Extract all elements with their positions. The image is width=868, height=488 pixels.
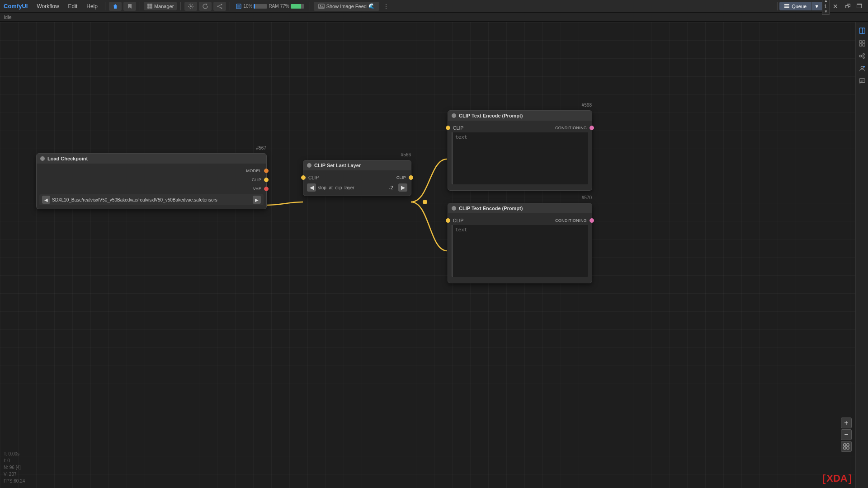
port-model-dot[interactable] [264, 169, 269, 173]
cpu-display: 10% RAM 77% [236, 3, 304, 9]
xda-text: XDA [826, 473, 847, 484]
svg-rect-15 [784, 6, 789, 7]
svg-rect-39 [847, 447, 849, 449]
clip-text-encode-top-textarea[interactable] [452, 132, 588, 184]
stat-t: T: 0.00s [4, 450, 25, 457]
port-clip-dot[interactable] [264, 178, 269, 182]
svg-rect-0 [147, 4, 150, 6]
clip-text-encode-top-node[interactable]: #568 CLIP Text Encode (Prompt) clip COND… [448, 110, 592, 191]
bookmark-icon-btn[interactable] [123, 2, 136, 11]
ram-value: 77% [280, 4, 289, 9]
load-checkpoint-node[interactable]: #567 Load Checkpoint MODEL CLIP [36, 153, 267, 209]
show-image-feed-btn[interactable]: Show Image Feed 🌊 [314, 2, 379, 11]
port-clip-conditioning-line: clip CONDITIONING [448, 123, 592, 132]
svg-rect-33 [859, 79, 864, 83]
home-icon-btn[interactable] [109, 2, 122, 11]
svg-point-25 [859, 55, 861, 57]
port-clip-in-dot[interactable] [446, 126, 450, 130]
restore-window-btn[interactable]: 🗗 [843, 2, 853, 10]
svg-rect-3 [150, 6, 152, 9]
svg-line-8 [219, 5, 221, 6]
stepper-next-btn[interactable]: ▶ [398, 183, 407, 192]
ckpt-refresh-btn[interactable]: ▶ [253, 196, 261, 204]
fit-view-btn[interactable] [841, 441, 852, 452]
queue-counter: ▲ 1 ▼ [822, 0, 830, 15]
svg-rect-14 [784, 4, 789, 5]
workflow-menu[interactable]: Workflow [33, 2, 62, 10]
right-panel: ! [855, 22, 868, 488]
port-vae-dot[interactable] [264, 187, 269, 191]
chat-panel-btn[interactable] [857, 76, 867, 86]
grid-panel-btn[interactable] [857, 38, 867, 48]
cpu-value: 10% [243, 4, 252, 9]
svg-rect-23 [859, 44, 861, 46]
ckpt-prev-btn[interactable]: ◀ [42, 196, 50, 204]
person-panel-btn[interactable]: ! [857, 64, 867, 74]
close-window-btn[interactable]: ✕ [830, 2, 841, 11]
node-dot [452, 206, 456, 211]
node-dot [40, 156, 45, 161]
stat-i: I: 0 [4, 457, 25, 464]
stats-display: T: 0.00s I: 0 N: 96 [4] V: 207 FPS:60.24 [4, 450, 25, 484]
help-menu[interactable]: Help [83, 2, 101, 10]
clip-text-encode-bottom-node[interactable]: #570 CLIP Text Encode (Prompt) clip COND… [448, 203, 592, 283]
svg-point-30 [861, 66, 863, 69]
manager-btn[interactable]: Manager [144, 2, 177, 10]
settings-icon-btn[interactable] [184, 2, 197, 11]
zoom-in-btn[interactable]: + [841, 418, 852, 428]
stepper-prev-btn[interactable]: ◀ [307, 183, 316, 192]
node-clip-set-last-layer-header: CLIP Set Last Layer [303, 160, 411, 170]
queue-up-btn[interactable]: ▲ [822, 0, 830, 4]
port-vae-line: VAE [37, 184, 266, 193]
svg-rect-36 [844, 444, 846, 446]
svg-rect-22 [862, 41, 864, 43]
svg-rect-38 [844, 447, 846, 449]
sep-3 [180, 2, 181, 10]
zoom-out-btn[interactable]: − [841, 429, 852, 440]
port-model-line: MODEL [37, 166, 266, 175]
svg-point-18 [423, 200, 427, 204]
svg-point-26 [863, 54, 864, 56]
queue-section: Queue ▼ ▲ 1 ▼ ✕ 🗗 🗖 [775, 0, 864, 15]
svg-line-28 [861, 55, 863, 56]
node-clip-text-encode-bottom-id: #570 [582, 195, 592, 200]
stepper-value: -2 [386, 185, 396, 190]
port-clip-line: CLIP [37, 175, 266, 184]
stat-n: N: 96 [4] [4, 464, 25, 471]
svg-point-7 [221, 7, 222, 9]
maximize-window-btn[interactable]: 🗖 [854, 2, 864, 10]
node-dot [452, 113, 456, 118]
sep-2 [140, 2, 140, 10]
edit-menu[interactable]: Edit [65, 2, 81, 10]
reload-icon-btn[interactable] [199, 2, 212, 11]
more-options-btn[interactable]: ⋮ [381, 2, 391, 11]
queue-count-value: 1 [822, 4, 830, 9]
canvas[interactable]: #567 Load Checkpoint MODEL CLIP [0, 22, 868, 488]
clip-set-last-layer-node[interactable]: #566 CLIP Set Last Layer clip CLIP ◀ sto… [303, 160, 411, 196]
xda-bracket-right: ] [849, 473, 852, 484]
port-conditioning-dot[interactable] [590, 126, 594, 130]
port-clip-out-dot[interactable] [409, 175, 413, 180]
port-conditioning-dot[interactable] [590, 218, 594, 223]
sidebar-panel-btn[interactable] [857, 26, 867, 36]
queue-btn[interactable]: Queue [779, 2, 811, 10]
node-panel-btn[interactable] [857, 51, 867, 61]
node-load-checkpoint-header: Load Checkpoint [37, 154, 266, 164]
share-icon-btn[interactable] [213, 2, 226, 11]
clip-text-encode-bottom-textarea[interactable] [452, 225, 588, 277]
stepper-label: stop_at_clip_layer [318, 185, 384, 190]
port-clip-in-dot[interactable] [446, 218, 450, 223]
port-clip-in-dot[interactable] [301, 175, 306, 180]
queue-down-btn[interactable]: ▼ [822, 9, 830, 14]
port-conditioning-label: CONDITIONING [552, 126, 590, 130]
port-model-label: MODEL [243, 169, 264, 173]
menubar: ComfyUI Workflow Edit Help Manager 10% R… [0, 0, 868, 13]
node-clip-text-encode-bottom-title: CLIP Text Encode (Prompt) [459, 206, 523, 211]
node-clip-set-last-layer-body: clip CLIP ◀ stop_at_clip_layer -2 ▶ [303, 170, 411, 196]
queue-label: Queue [792, 4, 807, 9]
queue-dropdown-btn[interactable]: ▼ [811, 2, 822, 10]
xda-bracket-left: [ [822, 473, 826, 484]
sep-1 [105, 2, 105, 10]
node-load-checkpoint-id: #567 [256, 145, 266, 150]
node-clip-text-encode-top-id: #568 [582, 103, 592, 108]
